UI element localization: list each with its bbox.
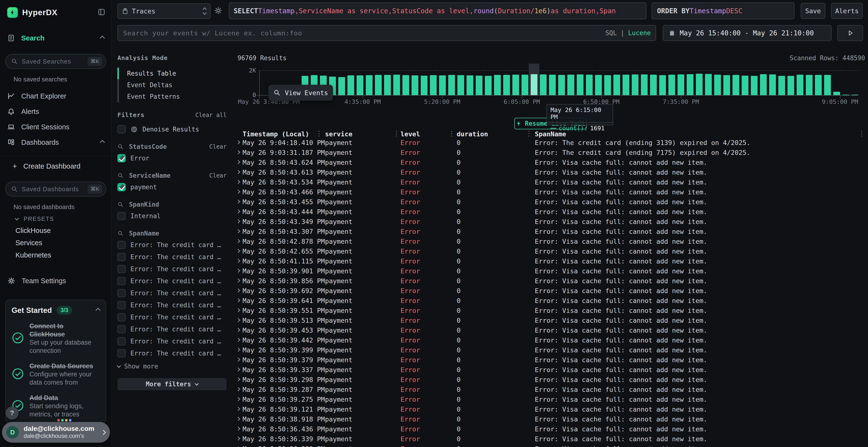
- column-header-service[interactable]: service: [325, 130, 352, 138]
- filter-item[interactable]: Error: The credit card …: [117, 265, 227, 273]
- preset-dashboard-kubernetes[interactable]: Kubernetes: [16, 251, 112, 259]
- table-row[interactable]: May 26 8:50:39.379 PMpaymentError0Error:…: [234, 355, 868, 365]
- row-expand-chevron-icon[interactable]: [236, 160, 240, 164]
- more-filters-button[interactable]: More filters: [117, 378, 227, 390]
- chart-bar[interactable]: [586, 75, 593, 95]
- chart-bar[interactable]: [623, 75, 629, 95]
- filter-item[interactable]: Error: The credit card …: [117, 325, 227, 333]
- column-header-duration[interactable]: duration: [457, 130, 488, 138]
- filter-item[interactable]: Error: The credit card …: [117, 301, 227, 309]
- column-header-timestamp[interactable]: Timestamp (Local): [243, 130, 309, 138]
- chart-bar[interactable]: [833, 92, 840, 95]
- filter-item[interactable]: payment: [117, 183, 227, 191]
- show-more-button[interactable]: Show more: [117, 363, 227, 370]
- row-expand-chevron-icon[interactable]: [236, 249, 240, 253]
- row-expand-chevron-icon[interactable]: [236, 417, 240, 421]
- table-row[interactable]: May 26 8:50:39.399 PMpaymentError0Error:…: [234, 345, 868, 355]
- table-row[interactable]: May 26 8:50:42.878 PMpaymentError0Error:…: [234, 237, 868, 247]
- table-row[interactable]: May 26 8:50:43.534 PMpaymentError0Error:…: [234, 177, 868, 187]
- chart-bar[interactable]: [687, 74, 693, 95]
- sidebar-item-team-settings[interactable]: Team Settings: [0, 273, 112, 288]
- chart-bar[interactable]: [669, 75, 675, 95]
- chart-bar[interactable]: [742, 76, 748, 95]
- analysis-mode-results-table[interactable]: Results Table: [117, 68, 227, 79]
- checkbox[interactable]: [117, 265, 126, 273]
- chart-bar[interactable]: [338, 77, 345, 95]
- chart-bar[interactable]: [650, 75, 657, 95]
- checkbox-checked[interactable]: [117, 183, 126, 191]
- filter-item[interactable]: Error: The credit card …: [117, 253, 227, 261]
- table-row[interactable]: May 26 8:50:39.275 PMpaymentError0Error:…: [234, 395, 868, 405]
- filter-item[interactable]: Error: The credit card …: [117, 241, 227, 249]
- table-row[interactable]: May 26 8:50:42.655 PMpaymentError0Error:…: [234, 247, 868, 256]
- checkbox[interactable]: [117, 325, 126, 333]
- row-expand-chevron-icon[interactable]: [236, 397, 240, 401]
- checkbox[interactable]: [117, 313, 126, 321]
- chart-bar[interactable]: [430, 75, 437, 95]
- row-expand-chevron-icon[interactable]: [236, 209, 240, 214]
- row-expand-chevron-icon[interactable]: [236, 259, 240, 263]
- row-expand-chevron-icon[interactable]: [236, 387, 240, 391]
- time-range-picker[interactable]: May 26 15:40:00 - May 26 21:10:00: [663, 25, 832, 41]
- row-expand-chevron-icon[interactable]: [236, 427, 240, 431]
- filter-clear-button[interactable]: Clear: [209, 172, 227, 179]
- chart-bar[interactable]: [714, 75, 721, 95]
- chart-bar[interactable]: [577, 74, 584, 95]
- chart-bar[interactable]: [613, 75, 620, 95]
- row-expand-chevron-icon[interactable]: [236, 318, 240, 322]
- clear-all-button[interactable]: Clear all: [195, 112, 227, 118]
- chart-bar[interactable]: [485, 76, 492, 95]
- search-input[interactable]: [123, 29, 601, 37]
- chart-bar[interactable]: [696, 74, 703, 95]
- chart-bar[interactable]: [723, 75, 730, 95]
- chart-bar[interactable]: [733, 75, 739, 95]
- checkbox[interactable]: [117, 277, 126, 285]
- row-expand-chevron-icon[interactable]: [236, 328, 240, 332]
- sidebar-item-search[interactable]: Search: [0, 30, 112, 46]
- chart-bar[interactable]: [356, 75, 363, 95]
- table-row[interactable]: May 26 8:50:39.692 PMpaymentError0Error:…: [234, 286, 868, 296]
- column-resize-handle[interactable]: [396, 131, 397, 138]
- row-expand-chevron-icon[interactable]: [236, 368, 240, 372]
- chart-bar[interactable]: [421, 76, 428, 95]
- row-expand-chevron-icon[interactable]: [236, 269, 240, 273]
- chart-bar[interactable]: [448, 75, 455, 95]
- chart-bar[interactable]: [467, 75, 473, 95]
- chart-bar[interactable]: [604, 75, 611, 95]
- checkbox[interactable]: [117, 212, 126, 220]
- filter-item[interactable]: Error: The credit card …: [117, 289, 227, 297]
- get-started-item[interactable]: Connect to ClickHouseSet up your databas…: [11, 322, 100, 355]
- chevron-up-icon[interactable]: [100, 35, 105, 40]
- chart-bar[interactable]: [567, 75, 574, 95]
- column-resize-handle[interactable]: [528, 131, 529, 138]
- sidebar-item-dashboards[interactable]: Dashboards: [0, 135, 112, 150]
- table-row[interactable]: May 26 8:50:39.901 PMpaymentError0Error:…: [234, 266, 868, 276]
- create-dashboard-button[interactable]: + Create Dashboard: [0, 159, 112, 173]
- table-row[interactable]: May 26 8:50:36.436 PMpaymentError0Error:…: [234, 424, 868, 434]
- sidebar-item-alerts[interactable]: Alerts: [0, 104, 112, 119]
- results-histogram[interactable]: [283, 68, 858, 95]
- sidebar-item-chart-explorer[interactable]: Chart Explorer: [0, 89, 112, 104]
- table-row[interactable]: May 26 8:50:36.329 PMpaymentError0Error:…: [234, 444, 868, 447]
- table-row[interactable]: May 26 8:50:39.337 PMpaymentError0Error:…: [234, 365, 868, 375]
- analysis-mode-event-patterns[interactable]: Event Patterns: [117, 91, 227, 102]
- chart-bar[interactable]: [797, 75, 803, 95]
- chart-bar[interactable]: [678, 74, 684, 95]
- row-expand-chevron-icon[interactable]: [236, 279, 240, 283]
- chart-bar[interactable]: [632, 74, 639, 95]
- row-expand-chevron-icon[interactable]: [236, 200, 240, 204]
- row-expand-chevron-icon[interactable]: [236, 140, 240, 144]
- row-expand-chevron-icon[interactable]: [236, 180, 240, 184]
- checkbox[interactable]: [117, 289, 126, 297]
- chart-bar[interactable]: [659, 75, 666, 95]
- table-row[interactable]: May 26 9:04:18.410 PMpaymentError0Error:…: [234, 138, 868, 148]
- chart-bar[interactable]: [457, 75, 464, 95]
- filter-item[interactable]: Error: The credit card …: [117, 349, 227, 357]
- chart-bar[interactable]: [705, 74, 712, 95]
- row-expand-chevron-icon[interactable]: [236, 358, 240, 362]
- chevron-up-icon[interactable]: [100, 140, 105, 145]
- table-row[interactable]: May 26 8:50:43.444 PMpaymentError0Error:…: [234, 207, 868, 217]
- chart-bar[interactable]: [540, 74, 547, 95]
- table-row[interactable]: May 26 8:50:39.121 PMpaymentError0Error:…: [234, 405, 868, 414]
- table-row[interactable]: May 26 8:50:43.613 PMpaymentError0Error:…: [234, 168, 868, 177]
